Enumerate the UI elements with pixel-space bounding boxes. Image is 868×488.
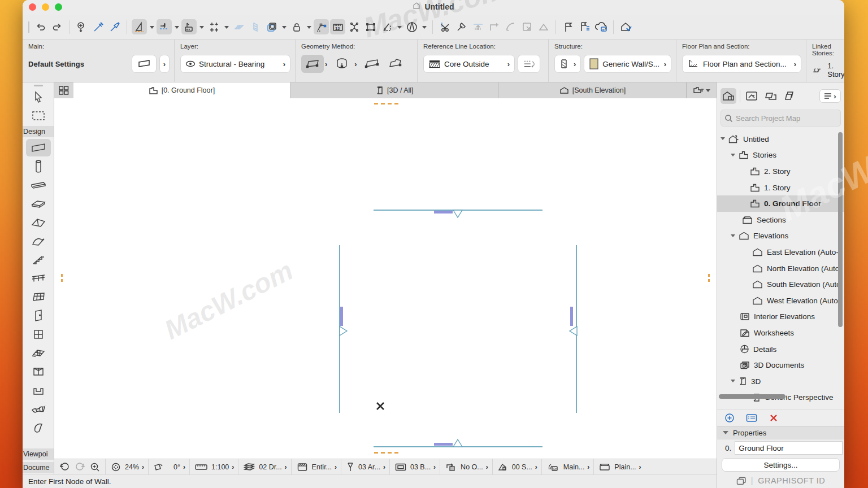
group-elements-dropdown[interactable] xyxy=(280,19,288,34)
railing-tool[interactable] xyxy=(26,269,51,287)
toolbox-group-viewpoint[interactable]: Viewpoi xyxy=(23,448,54,460)
undo-icon[interactable] xyxy=(33,19,48,34)
search-input[interactable] xyxy=(736,114,832,123)
shell-tool[interactable] xyxy=(26,232,51,250)
elevate-icon[interactable] xyxy=(536,19,551,34)
dimension-style-icon[interactable] xyxy=(598,459,611,474)
coordinates-dropdown[interactable] xyxy=(198,19,205,34)
elevation-marker-north[interactable] xyxy=(453,210,463,221)
zoom-in-icon[interactable] xyxy=(89,459,101,474)
wall-tool[interactable] xyxy=(26,139,51,156)
tab-overflow-dropdown[interactable] xyxy=(687,82,717,98)
find-select-icon[interactable] xyxy=(74,19,89,34)
beam-tool[interactable] xyxy=(26,176,51,194)
navigator-search[interactable] xyxy=(721,110,841,127)
tree-item-story-2[interactable]: 2. Story xyxy=(717,163,844,180)
trim-scissors-icon[interactable] xyxy=(437,19,453,34)
slab-tool[interactable] xyxy=(26,195,51,212)
viewpoint-settings-icon[interactable] xyxy=(745,412,758,424)
story-name-field[interactable] xyxy=(735,441,843,455)
layer-combination-group[interactable]: 02 Dr...› xyxy=(238,459,291,474)
grid-display-icon[interactable] xyxy=(231,19,246,34)
tree-item-stories[interactable]: Stories xyxy=(717,147,844,164)
mirror-dropdown[interactable] xyxy=(420,19,428,34)
tree-item-details[interactable]: Details xyxy=(717,341,844,358)
tree-item-sections[interactable]: Sections xyxy=(717,212,844,228)
building-material-selector[interactable]: Generic Wall/S... › xyxy=(584,55,671,73)
tree-item-north-elevation[interactable]: North Elevation (Auto xyxy=(717,260,844,277)
tree-item-west-elevation[interactable]: West Elevation (Auto- xyxy=(717,293,844,309)
layer-selector[interactable]: Structural - Bearing › xyxy=(180,55,290,73)
lock-icon[interactable] xyxy=(289,19,304,34)
snap-guides-dropdown[interactable] xyxy=(173,19,180,34)
tree-item-3d-documents[interactable]: 3D Documents xyxy=(717,357,844,373)
pen-set-icon[interactable] xyxy=(345,459,355,474)
opening-tool[interactable] xyxy=(26,363,51,380)
rotate-view-icon[interactable] xyxy=(153,459,165,474)
object-tool[interactable] xyxy=(26,381,51,399)
linked-story-top[interactable]: 1. Story xyxy=(812,62,844,79)
project-map-icon[interactable] xyxy=(721,88,736,104)
zoom-back-icon[interactable] xyxy=(58,459,71,474)
tree-item-ground-floor[interactable]: 0. Ground Floor xyxy=(717,195,844,212)
roof-tool[interactable] xyxy=(26,213,51,231)
scale-group[interactable]: 1:100› xyxy=(190,459,238,474)
guide-lines-dropdown[interactable] xyxy=(148,19,155,34)
geometry-curved-wall-button[interactable] xyxy=(331,55,353,73)
rotate-icon[interactable] xyxy=(379,19,394,34)
graphisoft-id-label[interactable]: GRAPHISOFT ID xyxy=(758,476,825,485)
main-settings-chevron[interactable]: › xyxy=(159,55,170,73)
zoom-level-group[interactable]: 24%› xyxy=(106,459,149,474)
resize-icon[interactable] xyxy=(519,19,535,34)
layout-book-icon[interactable] xyxy=(763,88,779,104)
current-story-icon[interactable] xyxy=(497,459,509,474)
model-view-icon[interactable] xyxy=(296,459,309,474)
settings-button[interactable]: Settings... xyxy=(722,458,840,472)
design-options-icon[interactable] xyxy=(618,19,633,34)
curtain-wall-tool[interactable] xyxy=(26,288,51,306)
orientation-group[interactable]: 0°› xyxy=(149,459,190,474)
mirror-icon[interactable] xyxy=(404,19,419,34)
navigator-menu-button[interactable]: › xyxy=(819,89,841,103)
tree-item-story-1[interactable]: 1. Story xyxy=(717,180,844,196)
markup-tools-icon[interactable] xyxy=(577,19,592,34)
view-map-icon[interactable] xyxy=(744,88,760,104)
quad-view-icon[interactable] xyxy=(54,82,73,98)
properties-header[interactable]: Properties xyxy=(717,426,844,439)
coordinates-icon[interactable] xyxy=(181,19,197,34)
skylight-tool[interactable] xyxy=(26,344,51,361)
scale-ruler-icon[interactable] xyxy=(194,459,209,474)
rotate-dropdown[interactable] xyxy=(396,19,403,34)
renovation-group[interactable]: On Main...› xyxy=(542,459,594,474)
transform-box-icon[interactable] xyxy=(363,19,378,34)
tree-item-3d[interactable]: 3D xyxy=(717,373,844,390)
tab-ground-floor[interactable]: [0. Ground Floor] xyxy=(73,82,291,98)
structure-type-button[interactable]: › xyxy=(554,55,581,73)
group-elements-icon[interactable] xyxy=(264,19,279,34)
floor-plan-canvas[interactable]: MacW.com xyxy=(54,98,717,459)
tree-item-elevations[interactable]: Elevations xyxy=(717,228,844,245)
adjust-icon[interactable] xyxy=(470,19,485,34)
geometry-straight-wall-button[interactable] xyxy=(301,55,324,73)
windows-copy-icon[interactable] xyxy=(736,477,747,485)
tree-item-untitled[interactable]: Untitled xyxy=(717,131,844,147)
tab-south-elevation[interactable]: [South Elevation] xyxy=(499,82,686,98)
publisher-icon[interactable] xyxy=(782,88,798,104)
tree-vertical-scrollbar[interactable] xyxy=(838,132,843,327)
stair-tool[interactable] xyxy=(26,251,51,268)
dimension-style-group[interactable]: Plain...› xyxy=(594,459,645,474)
delete-icon[interactable] xyxy=(768,412,779,424)
pen-set-group[interactable]: 03 Ar...› xyxy=(341,459,390,474)
renovation-filter-icon[interactable]: On xyxy=(546,459,561,474)
redo-icon[interactable] xyxy=(49,19,64,34)
snap-grid-dropdown[interactable] xyxy=(223,19,230,34)
wall-default-settings-button[interactable] xyxy=(132,55,157,73)
editing-plane-icon[interactable] xyxy=(248,19,263,34)
tree-item-interior-elevations[interactable]: Interior Elevations xyxy=(717,309,844,325)
reference-line-selector[interactable]: Core Outside › xyxy=(423,55,515,73)
toolbox-group-document[interactable]: Docume xyxy=(23,462,54,473)
geometry-trapezoid-wall-button[interactable] xyxy=(361,55,383,73)
toolbox-group-design[interactable]: Design xyxy=(23,126,54,137)
tree-item-east-elevation[interactable]: East Elevation (Auto- xyxy=(717,244,844,260)
inject-parameters-icon[interactable] xyxy=(107,19,122,34)
